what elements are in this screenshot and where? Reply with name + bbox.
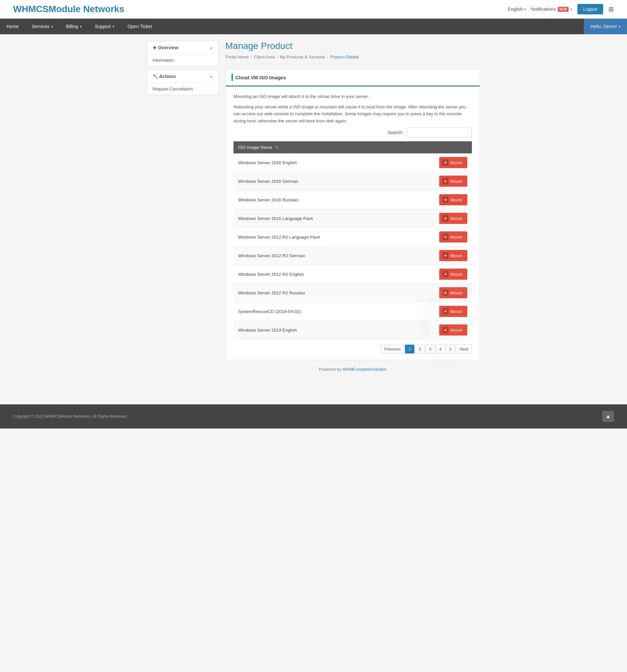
info-text-2: Rebooting your server while a ISO image … xyxy=(233,103,472,125)
pagination-page-5[interactable]: 5 xyxy=(446,345,455,354)
sidebar-section-actions: 🔧 Actions ▲ Request Cancellation xyxy=(147,70,219,95)
pagination-prev[interactable]: Previous xyxy=(381,345,404,354)
main-layout: ★ Overview ▲ Information 🔧 Actions ▲ Req… xyxy=(134,34,493,385)
lang-chevron-icon: ▾ xyxy=(524,7,526,11)
plus-icon: + xyxy=(442,178,448,185)
iso-name-cell: Windows Server 2012 R2 Language Pack xyxy=(233,228,403,246)
sidebar: ★ Overview ▲ Information 🔧 Actions ▲ Req… xyxy=(147,41,219,378)
column-header-label: ISO Image Name xyxy=(238,145,272,150)
mount-label: Mount xyxy=(450,253,462,258)
logout-button[interactable]: Logout xyxy=(577,4,603,14)
nav-billing[interactable]: Billing ▾ xyxy=(60,19,88,34)
table-row: Windows Server 2019 English+Mount xyxy=(233,321,472,339)
mount-label: Mount xyxy=(450,235,462,240)
search-input[interactable] xyxy=(407,128,472,137)
table-body: Windows Server 2016 English+MountWindows… xyxy=(233,153,472,339)
breadcrumb-my-products[interactable]: My Products & Services xyxy=(280,54,325,59)
mount-button[interactable]: +Mount xyxy=(439,269,467,280)
mount-button[interactable]: +Mount xyxy=(439,232,467,242)
nav-user-menu[interactable]: Hello, Demo! ▾ xyxy=(584,19,627,34)
search-wrapper xyxy=(407,128,472,137)
language-button[interactable]: English ▾ xyxy=(508,6,526,12)
powered-by-link[interactable]: WHMCompleteSolution xyxy=(343,367,387,372)
overview-collapse-icon[interactable]: ▲ xyxy=(209,45,213,50)
iso-name-cell: Windows Server 2012 R2 German xyxy=(233,246,403,265)
header-right: English ▾ Notifications NEW ▾ Logout ⊞ xyxy=(508,4,614,14)
table-row: Windows Server 2012 R2 Russian+Mount xyxy=(233,284,472,302)
mount-label: Mount xyxy=(450,290,462,295)
card-header-indicator xyxy=(232,74,233,81)
nav-home[interactable]: Home xyxy=(0,19,25,34)
table-row: Windows Server 2016 German+Mount xyxy=(233,172,472,191)
card-header-title: Cloud VM ISO Images xyxy=(235,75,286,80)
notif-chevron-icon: ▾ xyxy=(571,7,572,11)
mount-button[interactable]: +Mount xyxy=(439,157,467,168)
nav-left: Home Services ▾ Billing ▾ Support ▾ Open… xyxy=(0,19,158,34)
mount-button[interactable]: +Mount xyxy=(439,287,467,298)
notifications-badge: NEW xyxy=(558,7,568,12)
plus-icon: + xyxy=(442,159,448,166)
plus-icon: + xyxy=(442,327,448,333)
mount-button[interactable]: +Mount xyxy=(439,250,467,261)
iso-images-card: Cloud VM ISO Images Mounting an ISO Imag… xyxy=(225,69,480,360)
page-title: Manage Product xyxy=(225,41,480,51)
breadcrumb-client-area[interactable]: Client Area xyxy=(254,54,275,59)
notifications-button[interactable]: Notifications NEW ▾ xyxy=(531,6,573,12)
powered-by-text: Powered by xyxy=(319,367,341,372)
action-cell: +Mount xyxy=(403,284,472,302)
language-label: English xyxy=(508,6,523,12)
breadcrumb-sep-3: / xyxy=(327,54,328,59)
sidebar-actions-header: 🔧 Actions ▲ xyxy=(147,70,218,83)
nav-open-ticket[interactable]: Open Ticket xyxy=(121,19,158,34)
action-cell: +Mount xyxy=(403,153,472,172)
nav-services[interactable]: Services ▾ xyxy=(25,19,60,34)
iso-name-cell: Windows Server 2019 English xyxy=(233,321,403,339)
plus-icon: + xyxy=(442,252,448,259)
pagination-next[interactable]: Next xyxy=(456,345,472,354)
pagination-page-1[interactable]: 1 xyxy=(405,345,414,354)
sidebar-item-information[interactable]: Information xyxy=(147,54,218,66)
sidebar-item-request-cancellation[interactable]: Request Cancellation xyxy=(147,83,218,95)
pagination-page-4[interactable]: 4 xyxy=(436,345,445,354)
mount-button[interactable]: +Mount xyxy=(439,175,467,187)
mount-button[interactable]: +Mount xyxy=(439,213,467,224)
actions-collapse-icon[interactable]: ▲ xyxy=(209,74,213,79)
plus-icon: + xyxy=(442,289,448,296)
breadcrumb-product-details: Product Details xyxy=(330,54,359,59)
services-chevron-icon: ▾ xyxy=(51,25,53,28)
mount-label: Mount xyxy=(450,272,462,277)
iso-name-cell: Windows Server 2012 R2 Russian xyxy=(233,284,403,302)
pagination: Previous 1 2 3 4 5 Next xyxy=(233,345,472,354)
content-area: Manage Product Portal Home / Client Area… xyxy=(225,41,480,378)
overview-icon: ★ Overview xyxy=(153,45,178,50)
support-chevron-icon: ▾ xyxy=(113,25,114,28)
actions-icon: 🔧 Actions xyxy=(153,74,176,79)
pagination-page-2[interactable]: 2 xyxy=(415,345,424,354)
user-greeting: Hello, Demo! xyxy=(590,24,617,29)
mount-label: Mount xyxy=(450,309,462,314)
mount-button[interactable]: +Mount xyxy=(439,194,467,205)
breadcrumb-portal-home[interactable]: Portal Home xyxy=(225,54,249,59)
exit-icon[interactable]: ⊞ xyxy=(608,5,614,13)
breadcrumb-sep-1: / xyxy=(251,54,252,59)
mount-label: Mount xyxy=(450,179,462,184)
sidebar-section-overview: ★ Overview ▲ Information xyxy=(147,41,219,66)
sort-icon[interactable]: ⇅ xyxy=(275,145,279,150)
back-to-top-button[interactable]: ▲ xyxy=(602,411,614,422)
mount-button[interactable]: +Mount xyxy=(439,325,467,336)
card-header: Cloud VM ISO Images xyxy=(226,69,480,87)
plus-icon: + xyxy=(442,215,448,222)
site-title[interactable]: WHMCSModule Networks xyxy=(13,4,124,14)
nav-support[interactable]: Support ▾ xyxy=(88,19,121,34)
powered-by: Powered by WHMCompleteSolution xyxy=(225,360,480,378)
billing-chevron-icon: ▾ xyxy=(80,25,82,28)
table-header: ISO Image Name ⇅ xyxy=(233,141,472,153)
plus-icon: + xyxy=(442,271,448,278)
pagination-page-3[interactable]: 3 xyxy=(425,345,435,354)
info-text-1: Mounting an ISO Image will attach it to … xyxy=(233,93,472,100)
iso-name-cell: SystemRescueCD (2018-04-02) xyxy=(233,302,403,321)
action-cell: +Mount xyxy=(403,172,472,191)
mount-button[interactable]: +Mount xyxy=(439,306,467,317)
nav-right: Hello, Demo! ▾ xyxy=(584,19,627,34)
table-row: Windows Server 2016 Language Pack+Mount xyxy=(233,209,472,228)
